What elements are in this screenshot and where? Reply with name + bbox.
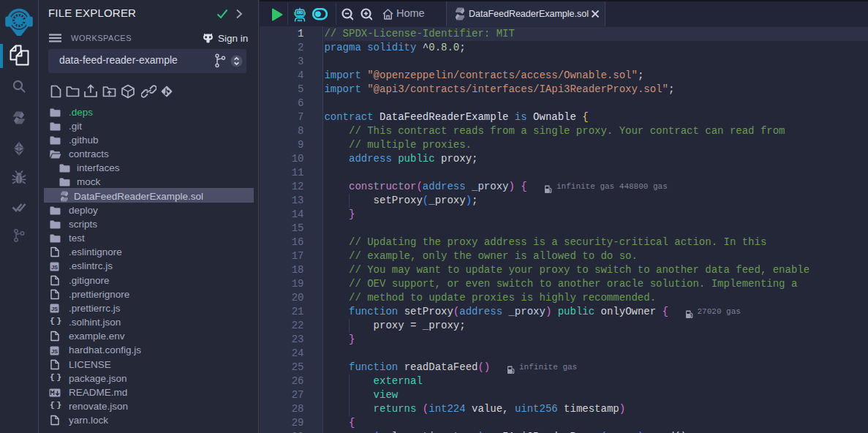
svg-text:JS: JS (51, 263, 58, 270)
svg-text:JS: JS (51, 347, 58, 354)
svg-text:JS: JS (51, 306, 58, 312)
